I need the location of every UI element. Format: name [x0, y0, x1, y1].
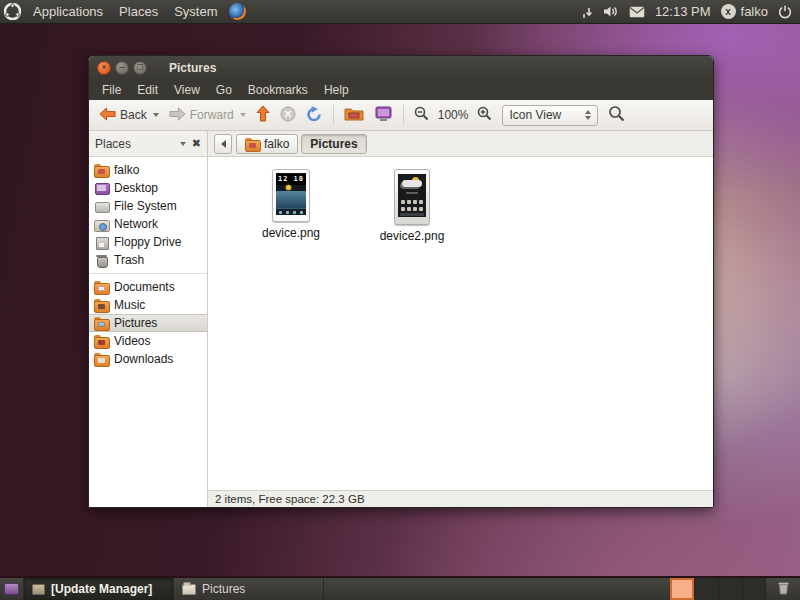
task-pictures[interactable]: Pictures — [174, 578, 324, 600]
task-update-manager[interactable]: [Update Manager] — [24, 578, 174, 600]
sidebar-item-falko[interactable]: falko — [89, 161, 207, 179]
network-indicator-icon[interactable] — [580, 5, 593, 18]
pathbar: falkoPictures — [208, 131, 713, 157]
menu-edit[interactable]: Edit — [130, 81, 165, 99]
folder-music-icon — [94, 298, 109, 312]
pathbar-scroll-left-button[interactable] — [214, 134, 232, 154]
menubar: FileEditViewGoBookmarksHelp — [89, 79, 713, 100]
sidebar-item-label: Pictures — [114, 316, 157, 330]
reload-button[interactable] — [302, 103, 327, 128]
workspace-2[interactable] — [694, 578, 718, 600]
sidebar-item-label: Videos — [114, 334, 150, 348]
show-desktop-button[interactable] — [0, 578, 24, 600]
workspace-switcher — [670, 578, 766, 600]
home-button[interactable] — [340, 103, 368, 128]
menu-view[interactable]: View — [167, 81, 207, 99]
workspace-4[interactable] — [742, 578, 766, 600]
sidebar-item-label: Desktop — [114, 181, 158, 195]
firefox-icon[interactable] — [229, 3, 246, 20]
back-button[interactable]: Back — [95, 104, 163, 127]
sidebar-item-label: Music — [114, 298, 145, 312]
sidebar-item-desktop[interactable]: Desktop — [89, 179, 207, 197]
file-view[interactable]: 12 10device.pngdevice2.png — [208, 157, 713, 490]
search-button[interactable] — [604, 102, 629, 128]
panel-menu-system[interactable]: System — [166, 2, 225, 21]
drive-icon — [94, 199, 109, 213]
folder-videos-icon — [94, 334, 109, 348]
thumbnail-phone-weather — [394, 169, 430, 225]
sidebar-item-trash[interactable]: Trash — [89, 251, 207, 269]
panel-menu-applications[interactable]: Applications — [25, 2, 111, 21]
network-icon — [94, 217, 109, 231]
panel-menu-places[interactable]: Places — [111, 2, 166, 21]
back-icon — [99, 107, 116, 124]
computer-icon — [374, 106, 393, 125]
file-device-png[interactable]: 12 10device.png — [236, 169, 346, 240]
zoom-in-button[interactable] — [473, 103, 496, 127]
sidebar-item-pictures[interactable]: Pictures — [89, 314, 207, 332]
statusbar: 2 items, Free space: 22.3 GB — [208, 490, 713, 507]
trash-icon — [777, 581, 790, 598]
power-icon[interactable] — [778, 5, 792, 19]
sidebar-item-videos[interactable]: Videos — [89, 332, 207, 350]
mail-icon[interactable] — [629, 6, 645, 18]
toolbar-separator — [333, 105, 334, 125]
zoom-level[interactable]: 100% — [435, 108, 472, 122]
task-label: [Update Manager] — [51, 582, 152, 596]
computer-button[interactable] — [370, 103, 397, 128]
sidebar-item-label: Downloads — [114, 352, 173, 366]
sidebar-places-select[interactable]: Places — [95, 137, 178, 151]
folder-icon — [182, 584, 196, 595]
file-name: device.png — [262, 226, 320, 240]
home-folder-icon — [94, 163, 109, 177]
maximize-button[interactable]: □ — [133, 61, 147, 75]
taskbar-trash-button[interactable] — [766, 581, 800, 598]
sidebar-item-file-system[interactable]: File System — [89, 197, 207, 215]
user-menu[interactable]: x falko — [721, 4, 768, 19]
pathbar-crumb-pictures[interactable]: Pictures — [301, 134, 366, 154]
view-mode-select[interactable]: Icon View — [502, 105, 598, 126]
trash-icon — [94, 253, 109, 267]
window-title: Pictures — [169, 61, 216, 75]
sidebar-item-network[interactable]: Network — [89, 215, 207, 233]
zoom-out-icon — [414, 106, 429, 124]
combo-arrows-icon — [585, 110, 591, 120]
menu-help[interactable]: Help — [317, 81, 356, 99]
menu-file[interactable]: File — [95, 81, 128, 99]
file-device2-png[interactable]: device2.png — [357, 169, 467, 243]
forward-icon — [169, 107, 186, 124]
toolbar-separator — [403, 105, 404, 125]
close-button[interactable]: × — [97, 61, 111, 75]
ubuntu-logo-icon[interactable] — [4, 3, 21, 20]
file-name: device2.png — [380, 229, 445, 243]
forward-dropdown-icon[interactable] — [240, 113, 246, 117]
menu-bookmarks[interactable]: Bookmarks — [241, 81, 315, 99]
sidebar-item-downloads[interactable]: Downloads — [89, 350, 207, 368]
sidebar-item-floppy-drive[interactable]: Floppy Drive — [89, 233, 207, 251]
chevron-left-icon — [221, 140, 226, 148]
titlebar[interactable]: × – □ Pictures — [89, 56, 713, 79]
zoom-in-icon — [477, 106, 492, 124]
back-dropdown-icon[interactable] — [153, 113, 159, 117]
sidebar-item-music[interactable]: Music — [89, 296, 207, 314]
sidebar-close-icon[interactable]: ✖ — [192, 137, 201, 150]
thumbnail-clock-text: 12 10 — [276, 174, 306, 185]
forward-button[interactable]: Forward — [165, 104, 250, 127]
stop-button[interactable] — [276, 103, 300, 128]
workspace-1[interactable] — [670, 578, 694, 600]
sidebar-item-label: Floppy Drive — [114, 235, 181, 249]
sidebar-places-dropdown-icon[interactable] — [180, 142, 186, 146]
menu-go[interactable]: Go — [209, 81, 239, 99]
workspace-3[interactable] — [718, 578, 742, 600]
toolbar: Back Forward — [89, 100, 713, 131]
sidebar-item-label: Trash — [114, 253, 144, 267]
pathbar-crumb-falko[interactable]: falko — [236, 134, 298, 154]
clock[interactable]: 12:13 PM — [655, 4, 711, 19]
volume-icon[interactable] — [603, 5, 619, 18]
sidebar-item-label: falko — [114, 163, 139, 177]
sidebar-item-documents[interactable]: Documents — [89, 278, 207, 296]
minimize-button[interactable]: – — [115, 61, 129, 75]
file-manager-window: × – □ Pictures FileEditViewGoBookmarksHe… — [88, 55, 714, 508]
up-button[interactable] — [252, 102, 274, 128]
zoom-out-button[interactable] — [410, 103, 433, 127]
